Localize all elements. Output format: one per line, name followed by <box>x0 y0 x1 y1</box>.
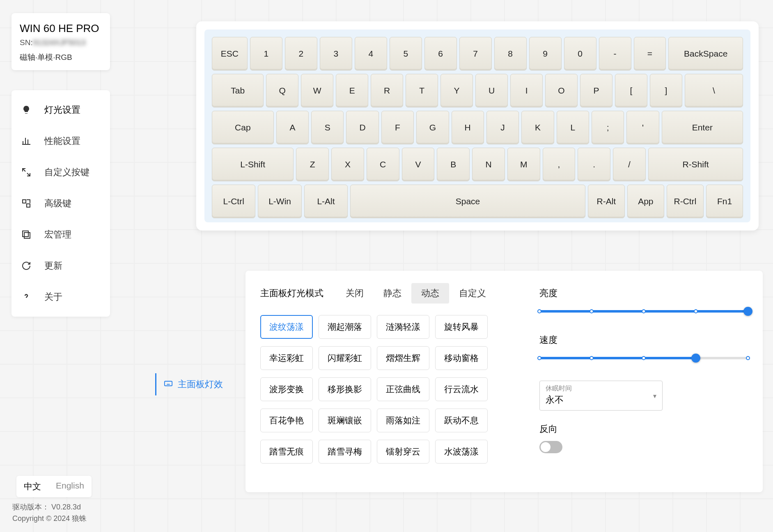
key-h[interactable]: H <box>452 111 484 144</box>
effect-chip-9[interactable]: 移形换影 <box>319 377 371 401</box>
sleep-select[interactable]: 休眠时间 永不 ▾ <box>539 381 663 411</box>
key-[interactable]: [ <box>615 74 647 107</box>
brightness-slider[interactable] <box>539 304 748 320</box>
key-4[interactable]: 4 <box>355 37 387 71</box>
speed-slider[interactable] <box>539 350 748 367</box>
key-y[interactable]: Y <box>440 74 473 107</box>
key-[interactable]: , <box>543 148 576 181</box>
key-[interactable]: ] <box>650 74 682 107</box>
key-2[interactable]: 2 <box>285 37 317 71</box>
sidebar-item-5[interactable]: 更新 <box>11 250 110 281</box>
key-s[interactable]: S <box>311 111 344 144</box>
key-g[interactable]: G <box>416 111 449 144</box>
key-tab[interactable]: Tab <box>212 74 264 107</box>
effect-chip-15[interactable]: 跃动不息 <box>435 409 488 432</box>
mode-tab-1[interactable]: 静态 <box>374 283 411 304</box>
reverse-switch[interactable] <box>539 441 562 453</box>
effect-chip-13[interactable]: 斑斓镶嵌 <box>319 409 371 432</box>
sidebar-item-4[interactable]: 宏管理 <box>11 219 110 250</box>
effect-chip-0[interactable]: 波纹荡漾 <box>260 315 313 339</box>
key-[interactable]: . <box>578 148 610 181</box>
sidebar-item-2[interactable]: 自定义按键 <box>11 157 110 188</box>
key-i[interactable]: I <box>510 74 543 107</box>
sidebar-item-1[interactable]: 性能设置 <box>11 126 110 157</box>
key-l[interactable]: L <box>557 111 589 144</box>
sidebar-item-6[interactable]: 关于 <box>11 281 110 313</box>
key-[interactable]: ; <box>592 111 624 144</box>
lang-opt-1[interactable]: English <box>48 476 92 497</box>
key-lalt[interactable]: L-Alt <box>304 185 348 218</box>
key-[interactable]: ' <box>626 111 659 144</box>
key-3[interactable]: 3 <box>320 37 352 71</box>
brightness-thumb[interactable] <box>743 307 752 316</box>
key-8[interactable]: 8 <box>494 37 527 71</box>
key-e[interactable]: E <box>336 74 368 107</box>
key-1[interactable]: 1 <box>250 37 282 71</box>
key-a[interactable]: A <box>276 111 309 144</box>
key-fn1[interactable]: Fn1 <box>706 185 743 218</box>
sub-nav-main-lighting[interactable]: 主面板灯效 <box>155 373 230 395</box>
mode-tab-3[interactable]: 自定义 <box>449 283 496 304</box>
key-7[interactable]: 7 <box>459 37 492 71</box>
effect-chip-12[interactable]: 百花争艳 <box>260 409 313 432</box>
effect-chip-6[interactable]: 熠熠生辉 <box>377 346 429 370</box>
key-backspace[interactable]: BackSpace <box>668 37 743 71</box>
key-[interactable]: / <box>613 148 646 181</box>
key-r[interactable]: R <box>371 74 403 107</box>
key-space[interactable]: Space <box>350 185 585 218</box>
key-v[interactable]: V <box>402 148 435 181</box>
key-w[interactable]: W <box>301 74 333 107</box>
key-p[interactable]: P <box>580 74 612 107</box>
effect-chip-2[interactable]: 涟漪轻漾 <box>377 315 429 339</box>
key-o[interactable]: O <box>545 74 578 107</box>
key-[interactable]: = <box>634 37 666 71</box>
mode-tab-2[interactable]: 动态 <box>411 283 449 304</box>
effect-chip-10[interactable]: 正弦曲线 <box>377 377 429 401</box>
key-esc[interactable]: ESC <box>212 37 248 71</box>
effect-chip-19[interactable]: 水波荡漾 <box>435 440 488 464</box>
key-lctrl[interactable]: L-Ctrl <box>212 185 255 218</box>
effect-chip-3[interactable]: 旋转风暴 <box>435 315 488 339</box>
effect-chip-11[interactable]: 行云流水 <box>435 377 488 401</box>
key-[interactable]: - <box>599 37 631 71</box>
key-lshift[interactable]: L-Shift <box>212 148 294 181</box>
key-z[interactable]: Z <box>296 148 329 181</box>
key-f[interactable]: F <box>381 111 414 144</box>
effect-chip-18[interactable]: 镭射穿云 <box>377 440 429 464</box>
effect-chip-7[interactable]: 移动窗格 <box>435 346 488 370</box>
key-j[interactable]: J <box>486 111 519 144</box>
speed-thumb[interactable] <box>691 354 700 363</box>
key-ralt[interactable]: R-Alt <box>588 185 625 218</box>
effect-chip-5[interactable]: 闪耀彩虹 <box>319 346 371 370</box>
key-b[interactable]: B <box>437 148 470 181</box>
lang-opt-0[interactable]: 中文 <box>16 476 48 497</box>
key-x[interactable]: X <box>331 148 364 181</box>
key-6[interactable]: 6 <box>424 37 457 71</box>
sidebar-item-0[interactable]: 灯光设置 <box>11 94 110 126</box>
key-cap[interactable]: Cap <box>212 111 274 144</box>
effect-chip-14[interactable]: 雨落如注 <box>377 409 429 432</box>
key-[interactable]: \ <box>685 74 743 107</box>
effect-chip-8[interactable]: 波形变换 <box>260 377 313 401</box>
effect-chip-1[interactable]: 潮起潮落 <box>319 315 371 339</box>
effect-chip-17[interactable]: 踏雪寻梅 <box>319 440 371 464</box>
mode-tab-0[interactable]: 关闭 <box>336 283 374 304</box>
key-c[interactable]: C <box>367 148 399 181</box>
key-d[interactable]: D <box>346 111 378 144</box>
key-rctrl[interactable]: R-Ctrl <box>667 185 704 218</box>
key-m[interactable]: M <box>507 148 540 181</box>
effect-chip-4[interactable]: 幸运彩虹 <box>260 346 313 370</box>
key-lwin[interactable]: L-Win <box>258 185 301 218</box>
key-u[interactable]: U <box>475 74 508 107</box>
key-k[interactable]: K <box>521 111 554 144</box>
key-9[interactable]: 9 <box>529 37 562 71</box>
key-app[interactable]: App <box>627 185 664 218</box>
sidebar-item-3[interactable]: 高级键 <box>11 188 110 219</box>
key-t[interactable]: T <box>406 74 438 107</box>
effect-chip-16[interactable]: 踏雪无痕 <box>260 440 313 464</box>
key-n[interactable]: N <box>472 148 505 181</box>
key-enter[interactable]: Enter <box>662 111 743 144</box>
key-5[interactable]: 5 <box>390 37 422 71</box>
key-rshift[interactable]: R-Shift <box>648 148 743 181</box>
key-0[interactable]: 0 <box>564 37 596 71</box>
